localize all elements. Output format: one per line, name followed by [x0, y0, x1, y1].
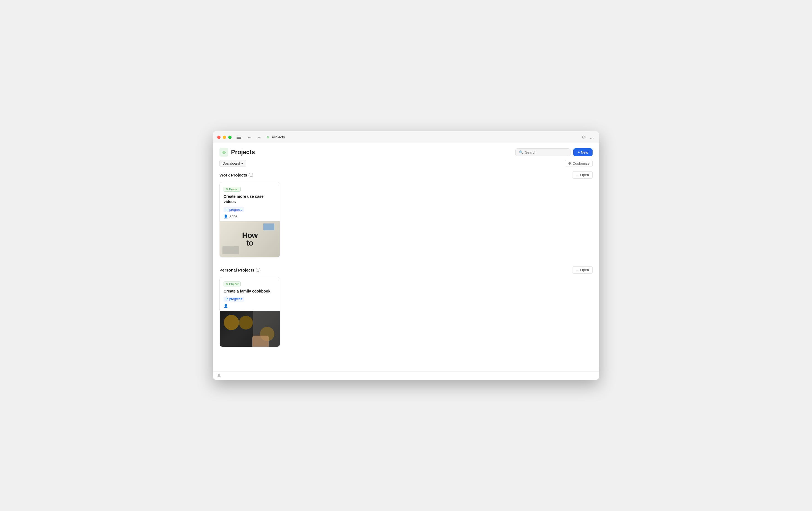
search-box[interactable]: 🔍 — [515, 148, 571, 156]
card-title: Create more use case videos — [224, 194, 276, 205]
sidebar-toggle-button[interactable] — [235, 135, 242, 140]
project-tag: ⊛ Project — [224, 187, 241, 192]
work-projects-section: Work Projects (1) → Open ⊛ Project Creat… — [220, 171, 592, 258]
personal-project-card-1[interactable]: ⊛ Project Create a family cookbook in pr… — [220, 277, 280, 347]
card-body-personal: ⊛ Project Create a family cookbook in pr… — [220, 277, 280, 311]
page-title-area: ⊛ Projects — [220, 148, 255, 157]
toolbar: Dashboard ▾ ⚙ Customize — [213, 159, 599, 169]
scroll-area[interactable]: Work Projects (1) → Open ⊛ Project Creat… — [213, 169, 599, 372]
search-input[interactable] — [525, 150, 567, 154]
titlebar-page-icon: ⊛ — [266, 135, 270, 139]
back-button[interactable]: ← — [246, 134, 253, 141]
gear-icon: ⚙ — [568, 161, 571, 165]
personal-project-tag: ⊛ Project — [224, 281, 241, 287]
titlebar-right: ⚙ ... — [581, 133, 595, 141]
pie-1 — [224, 315, 239, 330]
forward-button[interactable]: → — [256, 134, 262, 141]
customize-button[interactable]: ⚙ Customize — [565, 160, 592, 167]
chevron-down-icon: ▾ — [241, 161, 243, 165]
titlebar-more-button[interactable]: ... — [589, 134, 595, 141]
cmd-icon: ⌘ — [217, 374, 221, 378]
person-icon-personal: 👤 — [224, 304, 228, 308]
work-projects-open-button[interactable]: → Open — [572, 171, 592, 179]
app-window: ← → ⊛ Projects ⚙ ... ⊛ Projects 🔍 — [213, 131, 599, 380]
new-button[interactable]: + New — [573, 148, 592, 156]
tag-icon: ⊛ — [226, 188, 228, 191]
search-icon: 🔍 — [519, 150, 523, 154]
work-projects-section-header: Work Projects (1) → Open — [220, 171, 592, 179]
page-icon: ⊛ — [220, 148, 228, 157]
card-status: in progress — [224, 207, 244, 212]
status-bar: ⌘ — [213, 372, 599, 380]
keyboard-element — [223, 246, 239, 254]
card-body: ⊛ Project Create more use case videos in… — [220, 182, 280, 221]
header-actions: 🔍 + New — [515, 148, 592, 156]
dashboard-dropdown[interactable]: Dashboard ▾ — [220, 160, 246, 167]
personal-projects-open-button[interactable]: → Open — [572, 266, 592, 274]
card-assignee: 👤 Anna — [224, 214, 276, 218]
howto-text: Howto — [242, 232, 258, 247]
hand-element — [252, 335, 269, 347]
maximize-button[interactable] — [228, 136, 232, 139]
tag-icon-personal: ⊛ — [226, 283, 228, 286]
work-projects-title: Work Projects (1) — [220, 172, 253, 177]
titlebar-settings-button[interactable]: ⚙ — [581, 133, 587, 141]
card-image-cookbook — [220, 311, 280, 347]
personal-card-assignee: 👤 — [224, 304, 276, 308]
titlebar: ← → ⊛ Projects ⚙ ... — [213, 131, 599, 143]
work-project-card-1[interactable]: ⊛ Project Create more use case videos in… — [220, 182, 280, 258]
close-button[interactable] — [217, 136, 221, 139]
minimize-button[interactable] — [223, 136, 226, 139]
personal-projects-title: Personal Projects (1) — [220, 268, 261, 272]
howto-image: Howto — [220, 221, 280, 257]
card-image-howto: Howto — [220, 221, 280, 257]
cookbook-image — [220, 311, 280, 347]
titlebar-title: ⊛ Projects — [266, 135, 285, 139]
main-content: ⊛ Projects 🔍 + New Dashboard ▾ ⚙ Customi… — [213, 143, 599, 380]
traffic-lights — [217, 136, 232, 139]
page-header: ⊛ Projects 🔍 + New — [213, 143, 599, 159]
personal-card-status: in progress — [224, 297, 244, 302]
personal-projects-section-header: Personal Projects (1) → Open — [220, 266, 592, 274]
blue-accent — [263, 223, 274, 231]
pie-2 — [239, 316, 253, 329]
personal-card-title: Create a family cookbook — [224, 289, 276, 294]
page-title: Projects — [231, 149, 255, 156]
person-icon: 👤 — [224, 214, 228, 218]
personal-projects-section: Personal Projects (1) → Open ⊛ Project C… — [220, 266, 592, 347]
